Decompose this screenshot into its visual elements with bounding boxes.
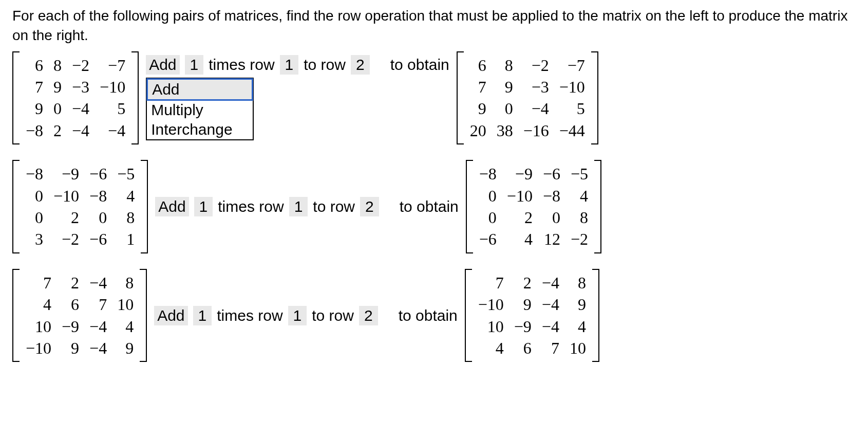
matrix-cell: −4 — [84, 337, 112, 359]
matrix-cell: −3 — [67, 76, 95, 98]
problem-row: 72−484671010−9−44−109−49Add1times row1to… — [12, 269, 856, 362]
matrix-cell: −4 — [537, 294, 564, 315]
matrix-cell: −4 — [537, 272, 564, 294]
row-a-input[interactable]: 1 — [289, 197, 308, 216]
matrix-cell: −10 — [21, 337, 56, 359]
label-to-obtain: to obtain — [390, 56, 449, 74]
matrix-cell: −2 — [48, 228, 84, 250]
matrix-cell: 9 — [492, 76, 518, 98]
matrix-cell: 0 — [538, 207, 565, 228]
scalar-input[interactable]: 1 — [193, 306, 212, 325]
matrix-cell: 10 — [21, 316, 56, 337]
matrix-cell: 10 — [564, 337, 591, 359]
matrix-cell: −10 — [502, 185, 538, 207]
matrix-cell: 2 — [502, 207, 538, 228]
problem-row: 68−2−779−3−1090−45−82−4−4Add1times row1t… — [12, 51, 856, 145]
row-b-input[interactable]: 2 — [351, 55, 370, 75]
operation-verb-select[interactable]: Add — [154, 306, 187, 325]
matrix-cell: −9 — [56, 316, 84, 337]
matrix-cell: 6 — [509, 337, 537, 359]
operation-block: Add1times row1to row2to obtainAddMultipl… — [146, 55, 449, 140]
label-to-obtain: to obtain — [400, 198, 459, 215]
matrix-row: −109−49 — [473, 294, 591, 315]
operation-line: Add1times row1to row2to obtain — [146, 55, 449, 75]
scalar-input[interactable]: 1 — [185, 55, 204, 75]
matrix-cell: 0 — [21, 185, 48, 207]
matrix-cell: −5 — [565, 163, 593, 185]
matrix-cell: −4 — [518, 98, 554, 119]
operation-block: Add1times row1to row2to obtain — [155, 197, 459, 216]
operation-block: Add1times row1to row2to obtain — [154, 306, 458, 325]
matrix-cell: −8 — [84, 185, 112, 207]
matrix-cell: −6 — [84, 163, 112, 185]
scalar-input[interactable]: 1 — [194, 197, 213, 216]
matrix-cell: 9 — [112, 337, 139, 359]
operation-line: Add1times row1to row2to obtain — [155, 197, 459, 216]
bracket-left — [12, 269, 20, 362]
matrix-cell: 2 — [56, 272, 84, 294]
matrix-table: 68−2−779−3−1090−45−82−4−4 — [21, 54, 130, 142]
row-b-input[interactable]: 2 — [360, 197, 379, 216]
bracket-right — [140, 269, 147, 362]
matrix-table: 72−484671010−9−44−109−49 — [21, 272, 139, 359]
matrix-row: 46710 — [21, 294, 139, 315]
matrix-row: −8−9−6−5 — [21, 163, 140, 185]
matrix-left: 72−484671010−9−44−109−49 — [12, 269, 147, 362]
dropdown-option[interactable]: Interchange — [147, 120, 253, 139]
matrix-cell: 10 — [473, 316, 509, 337]
matrix-row: 10−9−44 — [21, 316, 139, 337]
row-a-input[interactable]: 1 — [288, 306, 307, 325]
matrix-table: 72−48−109−4910−9−4446710 — [473, 272, 591, 359]
bracket-left — [465, 269, 472, 362]
matrix-row: 0−10−84 — [21, 185, 140, 207]
matrix-row: 0−10−84 — [474, 185, 593, 207]
label-to-row: to row — [313, 198, 355, 215]
matrix-cell: 3 — [21, 228, 48, 250]
matrix-cell: 4 — [112, 185, 140, 207]
matrix-cell: 2 — [48, 207, 84, 228]
matrix-cell: 2 — [509, 272, 537, 294]
matrix-cell: 8 — [564, 272, 591, 294]
matrix-cell: 6 — [21, 54, 48, 76]
matrix-cell: −10 — [95, 76, 130, 98]
matrix-cell: −8 — [21, 120, 48, 141]
matrix-cell: −2 — [518, 54, 554, 76]
dropdown-option[interactable]: Multiply — [147, 100, 253, 120]
row-a-input[interactable]: 1 — [280, 55, 299, 75]
matrix-cell: −9 — [48, 163, 84, 185]
matrix-cell: 7 — [537, 337, 564, 359]
matrix-cell: 0 — [474, 185, 502, 207]
label-times-row: times row — [218, 198, 284, 215]
dropdown-panel[interactable]: AddMultiplyInterchange — [146, 78, 254, 140]
matrix-row: −82−4−4 — [21, 120, 130, 141]
matrix-cell: −4 — [95, 120, 130, 141]
matrix-cell: 4 — [564, 316, 591, 337]
matrix-cell: −8 — [474, 163, 502, 185]
matrix-row: 68−2−7 — [21, 54, 130, 76]
matrix-cell: 9 — [48, 76, 67, 98]
matrix-cell: 9 — [564, 294, 591, 315]
bracket-left — [466, 160, 473, 253]
matrix-cell: −3 — [518, 76, 554, 98]
matrix-cell: −4 — [84, 316, 112, 337]
operation-verb-select[interactable]: Add — [155, 197, 188, 216]
matrix-cell: −10 — [473, 294, 509, 315]
matrix-table: −8−9−6−50−10−8402083−2−61 — [21, 163, 140, 250]
bracket-left — [12, 51, 20, 145]
matrix-row: 10−9−44 — [473, 316, 591, 337]
matrix-cell: 9 — [56, 337, 84, 359]
dropdown-option[interactable]: Add — [146, 78, 253, 101]
matrix-cell: 7 — [21, 272, 56, 294]
bracket-right — [141, 160, 148, 253]
matrix-cell: 7 — [465, 76, 492, 98]
matrix-cell: 6 — [56, 294, 84, 315]
matrix-cell: −10 — [554, 76, 590, 98]
row-b-input[interactable]: 2 — [359, 306, 378, 325]
matrix-row: 0208 — [21, 207, 140, 228]
matrix-cell: −2 — [67, 54, 95, 76]
operation-verb-select[interactable]: Add — [146, 55, 179, 75]
matrix-cell: 6 — [465, 54, 492, 76]
matrix-row: 90−45 — [465, 98, 590, 119]
label-to-obtain: to obtain — [399, 307, 458, 324]
matrix-cell: −5 — [112, 163, 140, 185]
